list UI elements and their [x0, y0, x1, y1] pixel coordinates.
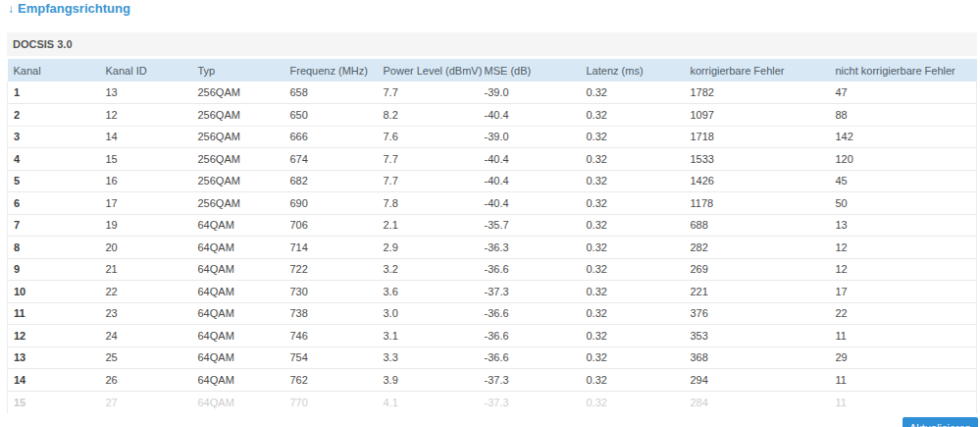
- cell-latenz: 0.32: [587, 369, 691, 392]
- table-row: 1 13 256QAM 658 7.7 -39.0 0.32 1782 47: [8, 81, 977, 104]
- cell-power-level: 7.7: [384, 170, 485, 192]
- cell-nicht-korrigierbare-fehler: 13: [836, 214, 977, 237]
- cell-frequenz: 754: [290, 347, 384, 369]
- cell-frequenz: 674: [290, 148, 384, 171]
- cell-typ: 64QAM: [198, 369, 290, 392]
- table-row: 14 26 64QAM 762 3.9 -37.3 0.32 294 11: [8, 369, 977, 392]
- cell-mse: -39.0: [485, 81, 587, 104]
- cell-latenz: 0.32: [587, 347, 691, 369]
- cell-kanal: 7: [8, 214, 106, 237]
- cell-mse: -35.7: [485, 214, 587, 237]
- section-title-label: Empfangsrichtung: [18, 1, 130, 16]
- table-row: 5 16 256QAM 682 7.7 -40.4 0.32 1426 45: [8, 170, 977, 192]
- column-header: Kanal: [8, 59, 106, 81]
- cell-nicht-korrigierbare-fehler: 17: [836, 281, 977, 303]
- cell-nicht-korrigierbare-fehler: 120: [836, 148, 977, 171]
- cell-power-level: 3.6: [384, 281, 485, 303]
- cell-typ: 64QAM: [198, 258, 290, 281]
- cell-power-level: 4.1: [384, 391, 485, 413]
- cell-latenz: 0.32: [587, 325, 691, 347]
- cell-typ: 256QAM: [198, 170, 290, 192]
- cell-kanal: 13: [8, 347, 106, 369]
- docsis-panel: DOCSIS 3.0 KanalKanal IDTypFrequenz (MHz…: [7, 32, 977, 413]
- cell-power-level: 2.9: [384, 237, 485, 259]
- cell-korrigierbare-fehler: 1782: [691, 81, 836, 104]
- cell-nicht-korrigierbare-fehler: 47: [836, 81, 977, 104]
- cell-nicht-korrigierbare-fehler: 11: [836, 325, 977, 347]
- cell-kanal-id: 24: [106, 325, 198, 347]
- table-header-row: KanalKanal IDTypFrequenz (MHz)Power Leve…: [8, 59, 977, 81]
- cell-mse: -40.4: [485, 104, 587, 127]
- cell-nicht-korrigierbare-fehler: 45: [836, 170, 977, 192]
- table-row: 6 17 256QAM 690 7.8 -40.4 0.32 1178 50: [8, 192, 977, 215]
- cell-kanal: 8: [8, 237, 106, 259]
- panel-subtitle: DOCSIS 3.0: [7, 32, 977, 56]
- table-row: 2 12 256QAM 650 8.2 -40.4 0.32 1097 88: [8, 104, 977, 127]
- cell-korrigierbare-fehler: 353: [691, 325, 836, 347]
- cell-latenz: 0.32: [587, 104, 691, 127]
- cell-typ: 64QAM: [198, 391, 290, 413]
- cell-latenz: 0.32: [587, 281, 691, 303]
- table-row: 3 14 256QAM 666 7.6 -39.0 0.32 1718 142: [8, 126, 977, 148]
- cell-frequenz: 690: [290, 192, 384, 215]
- cell-nicht-korrigierbare-fehler: 50: [836, 192, 977, 215]
- cell-latenz: 0.32: [587, 258, 691, 281]
- refresh-button[interactable]: Aktualisieren: [903, 417, 978, 427]
- cell-kanal-id: 21: [106, 258, 198, 281]
- cell-nicht-korrigierbare-fehler: 29: [836, 347, 977, 369]
- cell-kanal-id: 27: [106, 391, 198, 413]
- down-arrow-icon: ↓: [8, 2, 14, 16]
- cell-power-level: 3.2: [384, 258, 485, 281]
- cell-kanal: 15: [8, 391, 106, 413]
- cell-mse: -37.3: [485, 281, 587, 303]
- cell-mse: -37.3: [485, 369, 587, 392]
- cell-power-level: 3.1: [384, 325, 485, 347]
- table-row: 7 19 64QAM 706 2.1 -35.7 0.32 688 13: [8, 214, 977, 237]
- cell-kanal-id: 17: [106, 192, 198, 215]
- cell-korrigierbare-fehler: 688: [691, 214, 836, 237]
- cell-kanal-id: 20: [106, 237, 198, 259]
- table-row: 10 22 64QAM 730 3.6 -37.3 0.32 221 17: [8, 281, 977, 303]
- cell-kanal-id: 16: [106, 170, 198, 192]
- table-row: 13 25 64QAM 754 3.3 -36.6 0.32 368 29: [8, 347, 977, 369]
- column-header: Latenz (ms): [587, 59, 691, 81]
- section-toggle-empfangsrichtung[interactable]: ↓Empfangsrichtung: [8, 1, 130, 16]
- table-row: 8 20 64QAM 714 2.9 -36.3 0.32 282 12: [8, 237, 977, 259]
- cell-typ: 64QAM: [198, 302, 290, 325]
- cell-frequenz: 650: [290, 104, 384, 127]
- cell-frequenz: 722: [290, 258, 384, 281]
- cell-korrigierbare-fehler: 282: [691, 237, 836, 259]
- cell-power-level: 3.9: [384, 369, 485, 392]
- cell-kanal-id: 26: [106, 369, 198, 392]
- cell-kanal-id: 23: [106, 302, 198, 325]
- cell-mse: -36.6: [485, 258, 587, 281]
- cell-kanal: 1: [8, 81, 106, 104]
- cell-frequenz: 738: [290, 302, 384, 325]
- cell-typ: 64QAM: [198, 237, 290, 259]
- cell-mse: -36.3: [485, 237, 587, 259]
- column-header: korrigierbare Fehler: [691, 59, 836, 81]
- column-header: nicht korrigierbare Fehler: [836, 59, 977, 81]
- cell-latenz: 0.32: [587, 192, 691, 215]
- cell-nicht-korrigierbare-fehler: 142: [836, 126, 977, 148]
- cell-latenz: 0.32: [587, 214, 691, 237]
- cell-nicht-korrigierbare-fehler: 11: [836, 391, 977, 413]
- cell-kanal: 6: [8, 192, 106, 215]
- cell-frequenz: 714: [290, 237, 384, 259]
- cell-latenz: 0.32: [587, 237, 691, 259]
- cell-power-level: 7.7: [384, 148, 485, 171]
- cell-latenz: 0.32: [587, 302, 691, 325]
- table-row: 11 23 64QAM 738 3.0 -36.6 0.32 376 22: [8, 302, 977, 325]
- cell-mse: -40.4: [485, 148, 587, 171]
- cell-power-level: 3.3: [384, 347, 485, 369]
- cell-typ: 64QAM: [198, 325, 290, 347]
- cell-power-level: 8.2: [384, 104, 485, 127]
- cell-frequenz: 762: [290, 369, 384, 392]
- cell-latenz: 0.32: [587, 81, 691, 104]
- cell-mse: -40.4: [485, 192, 587, 215]
- cell-typ: 256QAM: [198, 148, 290, 171]
- cell-nicht-korrigierbare-fehler: 11: [836, 369, 977, 392]
- cell-frequenz: 746: [290, 325, 384, 347]
- table-row: 12 24 64QAM 746 3.1 -36.6 0.32 353 11: [8, 325, 977, 347]
- cell-kanal: 10: [8, 281, 106, 303]
